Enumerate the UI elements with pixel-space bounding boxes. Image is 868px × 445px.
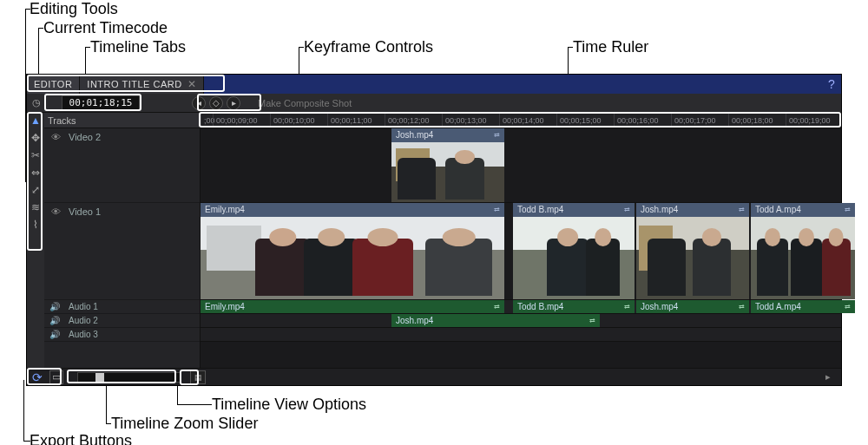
aclip-a1-josh[interactable]: Josh.mp4 ⇄ <box>636 300 749 313</box>
annotation-timeline-view-options: Timeline View Options <box>212 396 366 414</box>
track-header-audio1[interactable]: 🔊 Audio 1 <box>44 300 200 314</box>
lane-video1[interactable]: Emily.mp4 ⇄ <box>201 203 841 300</box>
link-icon: ⇄ <box>589 314 595 327</box>
ruler-tick: 00;00;14;00 <box>499 113 556 128</box>
tool-slip[interactable]: ⇔ <box>30 167 42 179</box>
timeline-tabs: EDITOR INTRO TITLE CARD ✕ ? <box>27 75 841 94</box>
clip-v1-toddb[interactable]: Todd B.mp4 ⇄ <box>513 203 635 299</box>
clip-v2-josh[interactable]: Josh.mp4 ⇄ <box>391 128 504 202</box>
editor-panel: EDITOR INTRO TITLE CARD ✕ ? ◷ 00;01;18;1… <box>26 74 842 386</box>
clip-label: Josh.mp4 <box>641 203 678 217</box>
timeline-lanes: Josh.mp4 ⇄ <box>201 128 841 368</box>
help-icon[interactable]: ? <box>822 75 841 94</box>
clip-label: Josh.mp4 <box>641 300 678 313</box>
timeline-zoom-slider[interactable] <box>77 372 181 383</box>
ruler-tick: 00;00;13;00 <box>442 113 499 128</box>
track-header-audio3[interactable]: 🔊 Audio 3 <box>44 328 200 342</box>
timeline-top-row: ◷ 00;01;18;15 ◂ ◇ ▸ Make Composite Shot <box>27 94 841 113</box>
aclip-a2-josh[interactable]: Josh.mp4 ⇄ <box>391 314 600 327</box>
lane-audio3[interactable] <box>201 328 841 342</box>
timeline-bottom-bar: ⟳ ▭ ▤ ▸ <box>27 368 841 385</box>
timeline-view-options[interactable]: ▤ <box>190 370 206 384</box>
clip-v1-josh[interactable]: Josh.mp4 ⇄ <box>636 203 749 299</box>
keyframe-controls: ◂ ◇ ▸ <box>192 96 240 110</box>
tool-rate[interactable]: ≋ <box>30 201 42 213</box>
clip-thumbnail <box>201 217 504 299</box>
ruler-tick: 00;00;16;00 <box>614 113 671 128</box>
clip-v1-todda[interactable]: Todd A.mp4 ⇄ <box>751 203 855 299</box>
link-icon: ⇄ <box>739 300 745 313</box>
track-header-video1[interactable]: 👁 Video 1 <box>44 203 200 300</box>
export-preset-button[interactable]: ▭ <box>49 370 63 384</box>
ruler-tick: 00;00;15;00 <box>556 113 614 128</box>
tool-snap[interactable]: ⌇ <box>30 219 42 231</box>
annotation-timeline-tabs: Timeline Tabs <box>90 38 186 56</box>
lane-audio2[interactable]: Josh.mp4 ⇄ <box>201 314 841 328</box>
timeline[interactable]: ;00 00;00;09;00 00;00;10;00 00;00;11;00 … <box>201 113 841 368</box>
clip-label: Emily.mp4 <box>205 300 245 313</box>
link-icon: ⇄ <box>494 203 500 217</box>
aclip-a1-emily[interactable]: Emily.mp4 ⇄ <box>201 300 504 313</box>
track-label: Video 1 <box>69 206 101 217</box>
tab-editor[interactable]: EDITOR <box>27 75 80 94</box>
clip-thumbnail <box>636 217 749 299</box>
keyframe-prev-button[interactable]: ◂ <box>192 96 206 110</box>
eye-icon[interactable]: 👁 <box>49 132 62 142</box>
clip-label: Emily.mp4 <box>205 203 245 217</box>
annotation-export-buttons: Export Buttons <box>30 432 132 445</box>
tab-label: INTRO TITLE CARD <box>87 79 181 89</box>
keyframe-next-button[interactable]: ▸ <box>227 96 240 110</box>
aclip-a1-toddb[interactable]: Todd B.mp4 ⇄ <box>513 300 635 313</box>
track-header-audio2[interactable]: 🔊 Audio 2 <box>44 314 200 328</box>
close-icon[interactable]: ✕ <box>187 78 197 90</box>
aclip-a1-todda[interactable]: Todd A.mp4 ⇄ <box>751 300 855 313</box>
clip-label: Todd B.mp4 <box>517 300 563 313</box>
track-label: Audio 2 <box>69 316 98 325</box>
speaker-icon[interactable]: 🔊 <box>49 302 62 311</box>
time-ruler[interactable]: ;00 00;00;09;00 00;00;10;00 00;00;11;00 … <box>201 113 841 128</box>
annotation-keyframe-controls: Keyframe Controls <box>304 38 433 56</box>
track-label: Video 2 <box>69 132 101 142</box>
eye-icon[interactable]: 👁 <box>49 206 62 217</box>
lane-video2[interactable]: Josh.mp4 ⇄ <box>201 128 841 203</box>
annotation-editing-tools: Editing Tools <box>30 0 118 18</box>
speaker-icon[interactable]: 🔊 <box>49 330 62 339</box>
lane-audio1[interactable]: Emily.mp4 ⇄ Todd B.mp4 ⇄ Josh.mp4 ⇄ Todd… <box>201 300 841 314</box>
clip-label: Todd B.mp4 <box>517 203 563 217</box>
tab-label: EDITOR <box>34 79 72 89</box>
keyframe-add-button[interactable]: ◇ <box>209 96 223 110</box>
link-icon: ⇄ <box>845 300 851 313</box>
ruler-tick: 00;00;11;00 <box>327 113 385 128</box>
ruler-tick: 00;00;09;00 <box>213 113 270 128</box>
export-button[interactable]: ⟳ <box>30 370 44 384</box>
link-icon: ⇄ <box>494 300 500 313</box>
clip-label: Josh.mp4 <box>396 128 433 142</box>
track-header-video2[interactable]: 👁 Video 2 <box>44 128 200 203</box>
link-icon: ⇄ <box>845 203 851 217</box>
tool-select[interactable]: ▲ <box>30 115 42 127</box>
clip-thumbnail <box>513 217 635 299</box>
ruler-tick: 00;00;10;00 <box>270 113 327 128</box>
ruler-tick: ;00 <box>201 113 213 128</box>
clip-label: Todd A.mp4 <box>755 300 801 313</box>
clip-thumbnail <box>391 142 504 202</box>
ruler-tick: 00;00;12;00 <box>385 113 442 128</box>
speaker-icon[interactable]: 🔊 <box>49 316 62 325</box>
clip-label: Todd A.mp4 <box>755 203 801 217</box>
tool-ripple[interactable]: ⤢ <box>30 184 42 196</box>
link-icon: ⇄ <box>494 128 500 142</box>
annotation-timeline-zoom-slider: Timeline Zoom Slider <box>111 415 258 433</box>
scroll-right-icon[interactable]: ▸ <box>825 371 838 383</box>
current-timecode[interactable]: 00;01;18;15 <box>62 95 140 111</box>
make-composite-shot-label: Make Composite Shot <box>258 98 352 108</box>
link-icon: ⇄ <box>739 203 745 217</box>
clip-v1-emily[interactable]: Emily.mp4 ⇄ <box>201 203 504 299</box>
tool-slice[interactable]: ✂ <box>30 149 42 161</box>
tab-intro-title-card[interactable]: INTRO TITLE CARD ✕ <box>80 75 204 94</box>
tool-hand[interactable]: ✥ <box>30 132 42 144</box>
editing-tools: ▲ ✥ ✂ ⇔ ⤢ ≋ ⌇ <box>27 113 44 368</box>
zoom-thumb[interactable] <box>95 373 104 382</box>
track-label: Audio 3 <box>69 330 98 339</box>
clip-thumbnail <box>751 217 855 299</box>
tracks-header: Tracks <box>44 113 200 128</box>
